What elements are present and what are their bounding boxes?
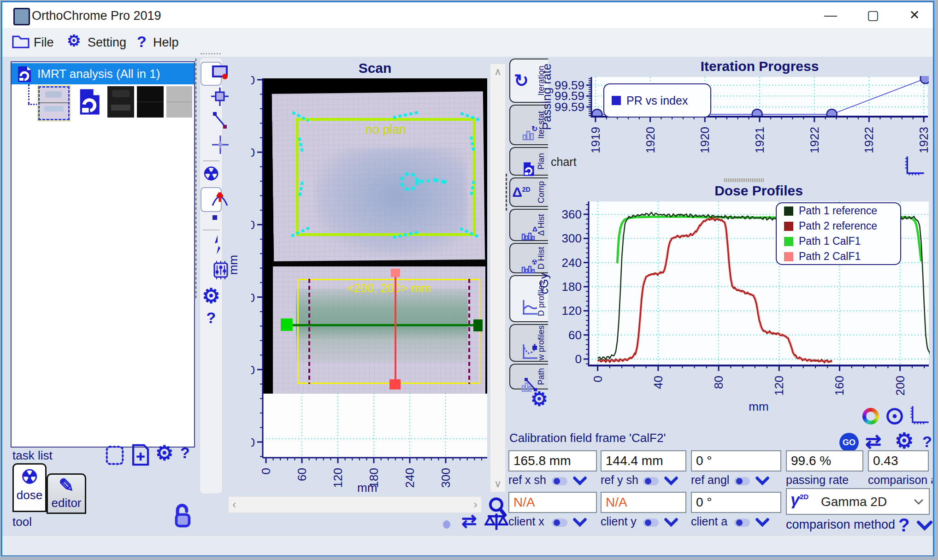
tab-editor[interactable]: ✎ editor (47, 473, 86, 514)
client-x-toggle[interactable] (552, 519, 567, 527)
scan-title: Scan (263, 60, 487, 76)
comparison-average-field[interactable]: 0.43 (868, 450, 929, 472)
chevron-down-icon[interactable] (573, 518, 587, 527)
passing-rate-field[interactable]: 99.6 % (786, 450, 863, 472)
ref-angle-toggle[interactable] (734, 477, 750, 485)
task-item[interactable]: IMRT analysis (All in 1) (12, 63, 194, 84)
svg-text:180: 180 (562, 280, 582, 294)
svg-text:60: 60 (568, 328, 582, 342)
client-y-toggle[interactable] (643, 519, 659, 527)
scan-x-tick-label: 240 (403, 468, 417, 488)
profile-peak-tool[interactable] (201, 187, 222, 212)
menu-help[interactable]: Help (153, 34, 179, 51)
scan-vertical-scrollbar[interactable]: ∧ ∨ (490, 64, 506, 492)
client-y-label: client y (601, 515, 637, 528)
axes-corner-icon[interactable] (908, 404, 931, 427)
tab-dose[interactable]: ☢ dose (12, 463, 47, 512)
unlock-icon[interactable] (171, 503, 193, 529)
legend-swatch (784, 206, 793, 216)
maximize-button[interactable]: ▢ (863, 5, 883, 25)
ref-x-toggle[interactable] (552, 477, 567, 485)
svg-text:mm: mm (749, 400, 768, 413)
thumbnail-gray[interactable] (166, 86, 192, 118)
color-wheel-icon[interactable] (862, 408, 879, 424)
go-button[interactable]: GO (839, 433, 859, 452)
scan-y-tick-label: 300 (251, 291, 255, 305)
new-document-icon[interactable] (130, 444, 151, 466)
svg-text:360: 360 (562, 207, 582, 221)
thumbnail-black[interactable] (137, 86, 164, 118)
repeat-icon[interactable]: ⇄ (865, 430, 881, 453)
tab-editor-label: editor (48, 496, 85, 510)
splitter-handle[interactable] (724, 178, 764, 182)
thumbnail-document-icon[interactable] (76, 86, 103, 118)
svg-text:1922: 1922 (808, 127, 821, 153)
ref-y-shift-label: ref y sh (601, 473, 638, 487)
ref-angle-field[interactable]: 0 ° (691, 450, 781, 472)
chevron-down-icon[interactable] (755, 476, 769, 485)
scroll-right-icon[interactable]: › (473, 497, 478, 512)
scan-y-unit: mm (226, 255, 241, 275)
menu-file[interactable]: File (34, 34, 54, 51)
thumb-line (137, 101, 164, 102)
dashed-document-icon[interactable] (105, 445, 125, 466)
client-angle-field[interactable]: 0 ° (691, 492, 781, 513)
minimize-button[interactable]: — (820, 5, 841, 25)
svg-text:cGy: cGy (537, 273, 551, 294)
help-icon[interactable]: ? (898, 515, 909, 536)
status-bar (2, 535, 933, 555)
svg-text:1921: 1921 (753, 127, 767, 153)
help-icon[interactable]: ? (922, 433, 932, 451)
flash-tool[interactable] (201, 234, 221, 258)
radiation-tool[interactable]: ☢ (201, 163, 221, 184)
chevron-down-icon[interactable] (664, 476, 678, 485)
ref-x-shift-field[interactable]: 165.8 mm (508, 450, 597, 472)
scales-icon[interactable] (484, 511, 508, 532)
scan-y-tick-label: 200 (251, 218, 255, 232)
help-tool[interactable]: ? (201, 309, 221, 330)
help-icon[interactable]: ? (180, 444, 190, 462)
comparison-method-select[interactable]: γ2D Gamma 2D (786, 488, 930, 515)
gear-icon[interactable]: ⚙ (155, 441, 173, 465)
chevron-down-icon[interactable] (664, 518, 678, 527)
client-angle-toggle[interactable] (734, 519, 750, 527)
gear-tool[interactable]: ⚙ (201, 284, 221, 306)
repeat-icon[interactable]: ⇄ (461, 510, 477, 531)
select-chevron-icon (913, 498, 924, 506)
svg-text:1919: 1919 (589, 127, 602, 153)
menu-setting[interactable]: Setting (88, 34, 126, 51)
scroll-up-icon[interactable]: ∧ (490, 66, 505, 78)
scroll-down-icon[interactable]: ∨ (490, 478, 505, 490)
center-marker-tool[interactable] (201, 88, 221, 108)
processor-settings-tool[interactable] (201, 260, 221, 282)
scan-y-tick-label: 400 (251, 363, 255, 377)
target-icon[interactable] (885, 406, 905, 426)
gear-icon[interactable]: ⚙ (895, 428, 914, 453)
scan-horizontal-scrollbar[interactable]: ‹ › (228, 496, 482, 513)
pencil-icon: ✎ (48, 475, 85, 496)
client-y-field[interactable]: N/A (601, 492, 686, 513)
line-tool[interactable] (201, 111, 221, 133)
ref-y-toggle[interactable] (643, 477, 659, 485)
task-list-panel: IMRT analysis (All in 1) (11, 61, 195, 448)
scroll-left-icon[interactable]: ‹ (232, 497, 236, 512)
ref-y-shift-field[interactable]: 144.4 mm (601, 450, 686, 472)
chevron-down-icon[interactable] (917, 520, 932, 531)
scan-x-tick-label: 0 (259, 468, 273, 474)
close-button[interactable]: ✕ (904, 5, 925, 25)
thumbnail-selected[interactable] (38, 86, 70, 120)
dose-legend: Path 1 reference Path 2 reference Path 1… (776, 202, 901, 265)
roi-rect-tool[interactable] (201, 62, 222, 86)
help-icon: ? (137, 33, 147, 50)
client-x-field[interactable]: N/A (508, 492, 597, 513)
delta-2d-icon: Δ2D (512, 184, 531, 200)
thumbnail-dark[interactable] (107, 86, 134, 118)
axes-corner-icon[interactable] (902, 154, 926, 178)
radiation-icon: ☢ (203, 164, 219, 184)
point-marker-tool[interactable] (201, 214, 221, 226)
chevron-down-icon[interactable] (573, 476, 587, 485)
svg-text:160: 160 (832, 376, 846, 395)
chevron-down-icon[interactable] (755, 518, 769, 527)
point-tool[interactable] (201, 135, 221, 157)
legend-label: Path 1 reference (799, 205, 877, 217)
